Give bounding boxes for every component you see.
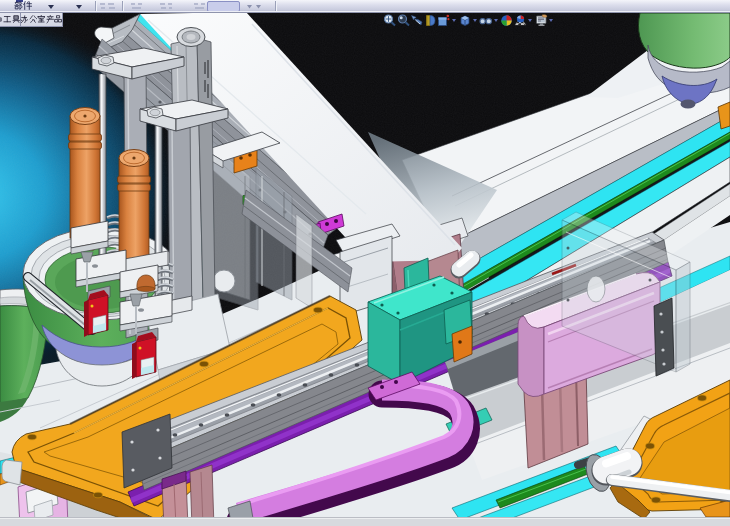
hex-bolt-1 (98, 55, 114, 66)
clipped-char-fragment (0, 15, 2, 24)
command-manager-strip (0, 0, 730, 13)
tab-tools[interactable] (0, 13, 21, 27)
view-orientation-button[interactable] (437, 14, 450, 27)
section-view-button[interactable] (424, 14, 437, 27)
apply-scene-dropdown[interactable] (527, 14, 534, 27)
hide-show-dropdown[interactable] (493, 14, 500, 27)
display-style-button[interactable] (458, 14, 471, 27)
display-style-icon (458, 14, 471, 27)
view-orientation-icon (437, 14, 450, 27)
view-orientation-dropdown[interactable] (451, 14, 458, 27)
red-sensor-2[interactable] (132, 328, 158, 379)
toolbar-separator (275, 1, 277, 11)
glass-bracket (654, 298, 674, 376)
roller-behind-glass (587, 276, 605, 302)
view-settings-button[interactable] (535, 14, 548, 27)
section-view-icon (424, 14, 437, 27)
view-settings-icon (535, 14, 548, 27)
heads-up-toolbar (383, 13, 556, 27)
apply-scene-button[interactable] (514, 14, 527, 27)
zoom-to-fit-icon (383, 14, 396, 27)
hide-show-items-button[interactable] (479, 14, 492, 27)
apply-scene-icon (514, 14, 527, 27)
zoom-to-area-icon (397, 14, 410, 27)
status-bar (0, 517, 730, 526)
display-style-dropdown[interactable] (472, 14, 479, 27)
zoom-to-fit-button[interactable] (383, 14, 396, 27)
application-window (0, 0, 730, 526)
zoom-to-area-button[interactable] (397, 14, 410, 27)
red-sensor-1[interactable] (84, 286, 110, 337)
commandmanager-tabs (0, 13, 63, 27)
edit-appearance-button[interactable] (500, 14, 513, 27)
tab-office-products[interactable] (20, 13, 63, 27)
edit-appearance-icon (500, 14, 513, 27)
hex-bolt-2 (147, 107, 163, 118)
plate-notch (2, 460, 22, 485)
previous-view-button[interactable] (410, 14, 423, 27)
viewport-3d[interactable] (0, 13, 730, 518)
assembly-model[interactable] (0, 13, 730, 518)
previous-view-icon (410, 14, 423, 27)
hide-show-items-icon (479, 14, 492, 27)
actuator-rod-end (459, 255, 472, 270)
view-settings-dropdown[interactable] (548, 14, 555, 27)
